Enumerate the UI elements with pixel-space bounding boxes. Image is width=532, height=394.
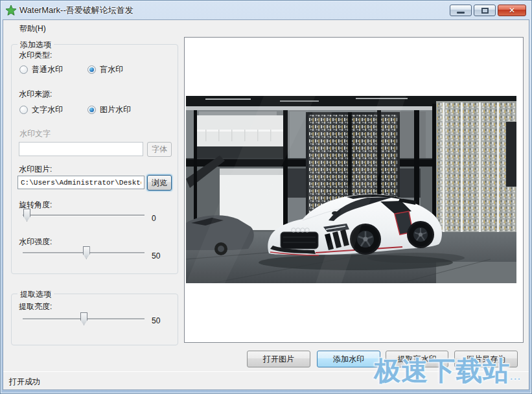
green-star-icon (6, 5, 16, 16)
watermark-source-label: 水印来源: (19, 89, 52, 100)
close-icon: ✕ (498, 6, 526, 15)
strength-value: 50 (152, 251, 160, 261)
image-preview-panel (184, 37, 524, 343)
menu-help[interactable]: 帮助(H) (15, 22, 51, 36)
title-bar[interactable]: WaterMark--吾爱破解论坛首发 ✕ (0, 0, 532, 19)
radio-normal-watermark-icon (19, 65, 28, 74)
showroom-photo-svg (186, 96, 516, 283)
watermark-type-label: 水印类型: (19, 50, 52, 61)
close-button[interactable]: ✕ (498, 5, 526, 16)
strength-slider[interactable] (23, 246, 145, 259)
minimize-icon (457, 12, 465, 14)
brightness-label: 提取亮度: (19, 301, 52, 312)
add-watermark-button[interactable]: 添加水印 (317, 351, 380, 367)
radio-image-watermark-label: 图片水印 (100, 104, 131, 115)
font-button[interactable]: 字体 (147, 142, 172, 157)
watermark-image-label: 水印图片: (19, 164, 52, 175)
brightness-value: 50 (152, 316, 160, 325)
radio-blind-watermark-icon (87, 65, 96, 74)
radio-text-watermark-label: 文字水印 (32, 104, 63, 115)
radio-normal-watermark[interactable]: 普通水印 (19, 64, 63, 75)
group-add-options-label: 添加选项 (17, 40, 54, 51)
brightness-slider-thumb[interactable] (80, 312, 87, 325)
watermark-text-label: 水印文字 (19, 128, 51, 139)
strength-slider-thumb[interactable] (83, 246, 90, 259)
site-watermark-overlay: 极速下载站... (374, 353, 522, 389)
radio-text-watermark-icon (19, 106, 28, 114)
watermark-image-path-input[interactable] (17, 176, 145, 189)
radio-text-watermark[interactable]: 文字水印 (19, 104, 63, 115)
radio-image-watermark-icon (87, 106, 96, 114)
brightness-slider[interactable] (23, 312, 145, 325)
maximize-button[interactable] (474, 5, 496, 16)
rotation-slider-thumb[interactable] (23, 209, 30, 222)
app-window: WaterMark--吾爱破解论坛首发 ✕ 帮助(H) 添加选项 水印类型: 普… (0, 0, 532, 394)
open-image-button[interactable]: 打开图片 (247, 351, 310, 367)
radio-normal-watermark-label: 普通水印 (32, 64, 63, 75)
client-area: 帮助(H) 添加选项 水印类型: 普通水印 盲水印 水印来源: 文字水印 图片水… (3, 19, 529, 390)
site-watermark-dots: ... (510, 371, 522, 382)
showroom-audi-r8-photo (186, 96, 516, 283)
rotation-slider[interactable] (23, 209, 145, 222)
minimize-button[interactable] (450, 5, 472, 16)
watermark-text-input[interactable] (19, 142, 143, 156)
group-extract-options-label: 提取选项 (17, 289, 54, 300)
window-title: WaterMark--吾爱破解论坛首发 (19, 5, 133, 16)
rotation-slider-track[interactable] (23, 214, 145, 216)
rotation-value: 0 (152, 214, 156, 223)
radio-blind-watermark[interactable]: 盲水印 (87, 64, 123, 75)
statusbar-text: 打开成功 (9, 377, 40, 388)
radio-blind-watermark-label: 盲水印 (100, 64, 123, 75)
menu-bar: 帮助(H) (3, 20, 529, 36)
browse-button[interactable]: 浏览 (147, 175, 172, 191)
maximize-icon (481, 8, 489, 14)
site-watermark-text: 极速下载站 (374, 356, 510, 386)
radio-image-watermark[interactable]: 图片水印 (87, 104, 131, 115)
